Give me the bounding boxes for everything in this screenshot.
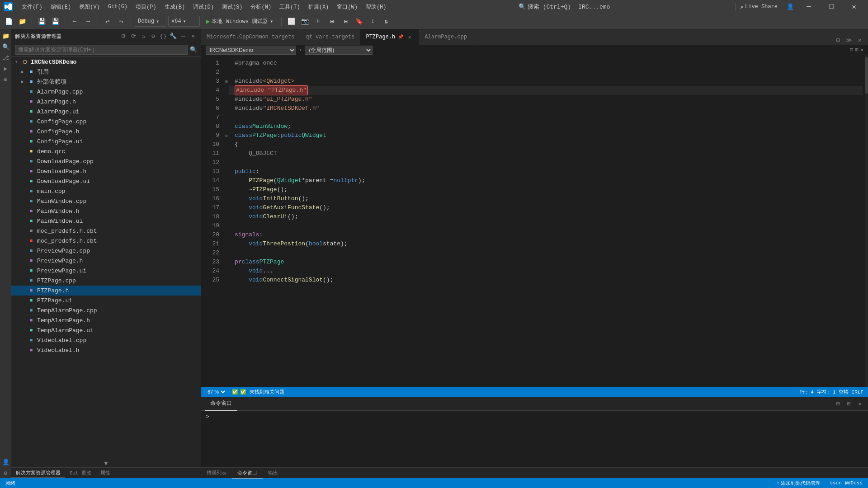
toolbar-undo[interactable]: ↩	[102, 15, 113, 27]
toolbar-forward[interactable]: →	[82, 15, 94, 27]
toolbar-btn-8[interactable]: ⇅	[380, 15, 392, 27]
tab-split-btn[interactable]: ⊟	[834, 36, 843, 45]
menu-debug[interactable]: 调试(D)	[189, 1, 217, 13]
panel-tab-cmd[interactable]: 命令窗口	[205, 397, 237, 411]
menu-git[interactable]: Git(G)	[104, 2, 131, 12]
tree-item-ptzpage-h[interactable]: ■ PTZPage.h	[11, 286, 201, 296]
toolbar-btn-2[interactable]: 📷	[299, 15, 311, 27]
activity-settings[interactable]: ⚙	[1, 468, 11, 478]
tab-close-btn[interactable]: ✕	[406, 33, 413, 41]
platform-dropdown[interactable]: x64 ▾	[168, 16, 200, 27]
tree-item-moc-predefs-2[interactable]: ■ moc_predefs.h.cbt	[11, 236, 201, 246]
panel-action-side[interactable]: ⊞	[844, 399, 854, 408]
maximize-button[interactable]: □	[821, 0, 842, 14]
panel-content[interactable]: >	[201, 411, 868, 467]
tree-item-external-deps[interactable]: ▶ ■ 外部依赖项	[11, 77, 201, 87]
menu-project[interactable]: 项目(P)	[132, 1, 160, 13]
tree-item-configpage-cpp[interactable]: ■ ConfigPage.cpp	[11, 117, 201, 127]
status-source-control[interactable]: ↑ 添加到源代码管理	[775, 478, 823, 488]
toolbar-btn-1[interactable]: ⬜	[285, 15, 297, 27]
sidebar-refresh-btn[interactable]: ⟳	[129, 32, 137, 40]
zoom-select[interactable]: 67 %	[206, 389, 226, 395]
toolbar-save-all[interactable]: 💾	[49, 15, 61, 27]
live-share-button[interactable]: ↗ Live Share	[735, 3, 782, 11]
sidebar-tab-git[interactable]: Git 更改	[65, 468, 96, 478]
toolbar-new-file[interactable]: 📄	[3, 15, 14, 27]
menu-extensions[interactable]: 扩展(X)	[305, 1, 333, 13]
panel-bottom-tab-errors[interactable]: 错误列表	[201, 468, 232, 479]
activity-explorer[interactable]: 📁	[1, 31, 11, 41]
tree-item-configpage-h[interactable]: ■ ConfigPage.h	[11, 127, 201, 136]
breadcrumb-scope-select[interactable]: (全局范围)	[305, 46, 373, 55]
menu-window[interactable]: 窗口(W)	[333, 1, 361, 13]
breadcrumb-action-1[interactable]: ⊟	[850, 47, 853, 53]
sidebar-scroll-down[interactable]: ▼	[11, 460, 201, 467]
tree-item-ref[interactable]: ▶ ■ 引用	[11, 67, 201, 77]
tree-item-tempalarmpage-h[interactable]: ■ TempAlarmPage.h	[11, 315, 201, 325]
menu-file[interactable]: 文件(F)	[18, 1, 46, 13]
indicator-9[interactable]: ⊟	[224, 131, 229, 140]
sidebar-collapse-btn[interactable]: ⊟	[119, 32, 127, 40]
toolbar-back[interactable]: ←	[69, 15, 80, 27]
tree-item-mainwindow-ui[interactable]: ■ MainWindow.ui	[11, 216, 201, 226]
tree-item-downloadpage-cpp[interactable]: ■ DownloadPage.cpp	[11, 156, 201, 166]
tree-item-alarmpage-ui[interactable]: ■ AlarmPage.ui	[11, 107, 201, 117]
tree-item-videolabel-cpp[interactable]: ■ VideoLabel.cpp	[11, 335, 201, 345]
menu-build[interactable]: 生成(B)	[161, 1, 189, 13]
sidebar-search-icon[interactable]: 🔍	[190, 46, 197, 53]
toolbar-btn-5[interactable]: ⊟	[340, 15, 351, 27]
breadcrumb-file-select[interactable]: IRCNetSDKDemo	[206, 46, 296, 55]
tab-ptzpage-h[interactable]: PTZPage.h 📌 ✕	[360, 29, 419, 45]
minimize-button[interactable]: ─	[798, 0, 819, 14]
menu-edit[interactable]: 编辑(E)	[47, 1, 75, 13]
tree-item-previewpage-ui[interactable]: ■ PreviewPage.ui	[11, 266, 201, 276]
menu-tools[interactable]: 工具(T)	[276, 1, 304, 13]
toolbar-btn-4[interactable]: ⊞	[326, 15, 338, 27]
code-content[interactable]: #pragma once #include <QWidget> #include…	[229, 55, 863, 387]
close-button[interactable]: ✕	[844, 0, 864, 14]
debug-config-dropdown[interactable]: Debug ▾	[135, 16, 166, 27]
toolbar-save[interactable]: 💾	[36, 15, 47, 27]
sidebar-settings-btn[interactable]: ⚙	[149, 32, 157, 40]
tree-item-mainwindow-cpp[interactable]: ■ MainWindow.cpp	[11, 196, 201, 206]
tab-cppcommon[interactable]: Microsoft.CppCommon.targets	[201, 29, 300, 45]
tree-item-main-cpp[interactable]: ■ main.cpp	[11, 186, 201, 196]
toolbar-open[interactable]: 📁	[16, 15, 28, 27]
menu-bar[interactable]: 文件(F) 编辑(E) 视图(V) Git(G) 项目(P) 生成(B) 调试(…	[18, 1, 390, 13]
sidebar-wrench-btn[interactable]: 🔧	[169, 32, 177, 40]
tree-item-ptzpage-cpp[interactable]: ■ PTZPage.cpp	[11, 276, 201, 286]
activity-search[interactable]: 🔍	[1, 42, 11, 52]
toolbar-redo[interactable]: ↪	[115, 15, 127, 27]
panel-bottom-tab-output[interactable]: 输出	[263, 468, 283, 479]
activity-git[interactable]: ⎇	[1, 53, 11, 63]
tree-item-configpage-ui[interactable]: ■ ConfigPage.ui	[11, 136, 201, 146]
tab-qtvars[interactable]: qt_vars.targets	[300, 29, 360, 45]
sidebar-minus-btn[interactable]: ─	[179, 32, 187, 40]
collapse-icon[interactable]: ⊟	[225, 133, 227, 138]
zoom-control[interactable]: 67 %	[206, 389, 226, 395]
panel-action-up[interactable]: ⊟	[834, 399, 843, 408]
menu-test[interactable]: 测试(S)	[218, 1, 246, 13]
tree-item-tempalarmpage-ui[interactable]: ■ TempAlarmPage.ui	[11, 325, 201, 335]
activity-accounts[interactable]: 👤	[1, 457, 11, 467]
activity-extensions[interactable]: ⊞	[1, 75, 11, 84]
toolbar-btn-6[interactable]: 🔖	[353, 15, 365, 27]
search-bar[interactable]: 🔍 搜索 (Ctrl+Q)	[515, 3, 575, 11]
sidebar-filter-btn[interactable]: {}	[159, 32, 167, 40]
indicator-3[interactable]: ⊟	[224, 77, 229, 86]
tree-item-tempalarmpage-cpp[interactable]: ■ TempAlarmPage.cpp	[11, 305, 201, 315]
status-ready[interactable]: 就绪	[4, 478, 17, 488]
tab-overflow-btn[interactable]: ≫	[844, 36, 854, 45]
menu-view[interactable]: 视图(V)	[75, 1, 104, 13]
tree-item-downloadpage-h[interactable]: ■ DownloadPage.h	[11, 166, 201, 176]
tree-item-videolabel-h[interactable]: ■ VideoLabel.h	[11, 345, 201, 355]
sidebar-home-btn[interactable]: ⌂	[139, 32, 147, 40]
menu-analyze[interactable]: 分析(N)	[247, 1, 275, 13]
toolbar-btn-3[interactable]: ⌗	[312, 15, 324, 27]
menu-help[interactable]: 帮助(H)	[362, 1, 390, 13]
editor-scrollbar-thumb[interactable]	[865, 57, 868, 94]
tree-item-mainwindow-h[interactable]: ■ MainWindow.h	[11, 206, 201, 216]
panel-close[interactable]: ✕	[855, 399, 864, 408]
tree-item-moc-predefs-1[interactable]: ■ moc_predefs.h.cbt	[11, 226, 201, 236]
breadcrumb-action-2[interactable]: ⊞	[855, 47, 859, 53]
